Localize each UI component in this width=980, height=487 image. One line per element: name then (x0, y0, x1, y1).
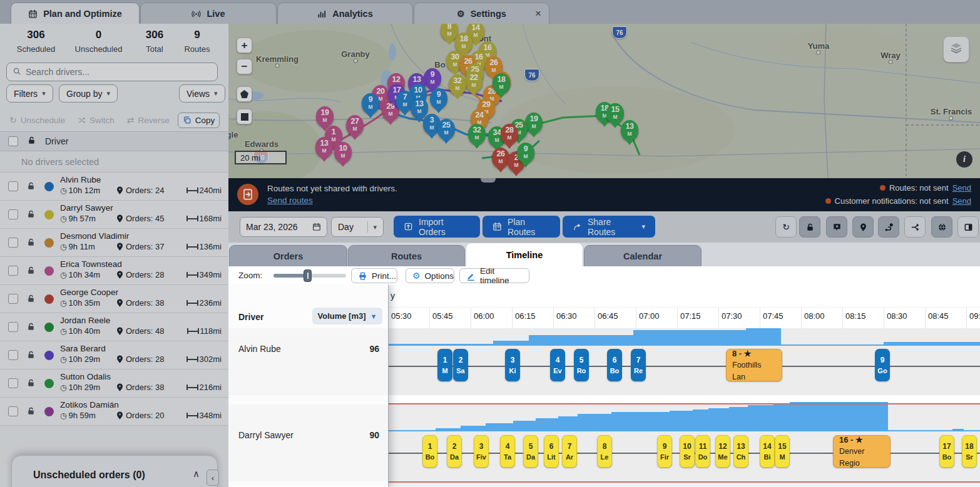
send-link[interactable]: Send (952, 183, 971, 193)
banner-handle[interactable] (481, 178, 496, 183)
map-marker[interactable]: 28M (501, 124, 518, 144)
group-by-dropdown[interactable]: Group by▾ (59, 84, 118, 103)
map-zoom-in-button[interactable]: + (237, 38, 252, 53)
lock-icon[interactable] (26, 322, 36, 334)
sidebar-collapse-button[interactable]: ‹ (207, 469, 219, 486)
map-rectangle-tool-button[interactable] (237, 109, 252, 124)
search-drivers-input[interactable]: Search drivers... (6, 63, 218, 81)
timeline-stop[interactable]: 9Fir (657, 435, 672, 468)
map-marker[interactable]: 18M (455, 33, 472, 53)
map-marker[interactable]: 13M (621, 120, 638, 141)
lock-icon[interactable] (26, 378, 36, 390)
close-icon[interactable]: × (535, 8, 541, 20)
pin-button[interactable] (852, 216, 874, 238)
tab-orders[interactable]: Orders (229, 245, 347, 266)
options-button[interactable]: ⚙Options (406, 268, 454, 283)
map-polygon-tool-button[interactable] (237, 86, 252, 102)
timeline-stop[interactable]: 8Le (597, 435, 612, 468)
map-marker[interactable]: 9M (517, 143, 534, 163)
driver-row-sutton-odalis[interactable]: Sutton Odalis◷10h 29mOrders: 38216mi (0, 369, 228, 398)
share-routes-button[interactable]: Share Routes▾ (563, 216, 655, 238)
branch-button[interactable] (904, 216, 926, 238)
map-zoom-out-button[interactable]: − (237, 59, 252, 74)
route-map[interactable]: + − 20 mi i 8M14M18M16M30M16M26M25M22M32… (228, 24, 980, 178)
range-select[interactable]: Day ▾ (331, 217, 384, 237)
driver-checkbox[interactable] (8, 209, 18, 219)
map-info-button[interactable]: i (956, 151, 972, 168)
driver-row-alvin-rube[interactable]: Alvin Rube◷10h 12mOrders: 24240mi (0, 173, 228, 201)
timeline-stop[interactable]: 9Go (875, 349, 890, 381)
views-dropdown[interactable]: Views▾ (179, 84, 225, 103)
driver-checkbox[interactable] (8, 266, 18, 276)
filters-dropdown[interactable]: Filters▾ (6, 84, 53, 103)
driver-row-sara-berard[interactable]: Sara Berard◷10h 29mOrders: 28302mi (0, 341, 228, 369)
timeline-stop[interactable]: 2Da (447, 435, 462, 468)
map-marker[interactable]: 15M (606, 103, 624, 124)
map-marker[interactable]: 22M (465, 71, 482, 92)
map-marker[interactable]: 10M (334, 142, 352, 163)
driver-row-zotikos-dami-n[interactable]: Zotikos Damián◷9h 59mOrders: 20348mi (0, 398, 228, 426)
timeline-stop[interactable]: 6Lit (544, 435, 559, 468)
timeline-stop[interactable]: 12Me (715, 435, 730, 468)
driver-row-george-cooper[interactable]: George Cooper◷10h 35mOrders: 38236mi (0, 285, 228, 313)
import-orders-button[interactable]: Import Orders (394, 216, 480, 238)
timeline-stop[interactable]: 18Sr (962, 435, 977, 468)
map-marker[interactable]: 32M (468, 124, 486, 144)
date-picker[interactable]: Mar 23, 2026 (240, 217, 327, 237)
timeline-stop[interactable]: 5Ro (574, 349, 589, 381)
print-button[interactable]: Print... (351, 268, 397, 283)
timeline-stop[interactable]: 1Bo (422, 435, 437, 468)
globe-button[interactable] (931, 216, 952, 238)
timeline-stop[interactable]: 4Ta (500, 435, 515, 468)
select-all-checkbox[interactable] (8, 136, 18, 146)
lock-icon[interactable] (26, 209, 36, 221)
app-tab-live[interactable]: Live (140, 3, 277, 24)
app-tab-plan-and-optimize[interactable]: Plan and Optimize (11, 3, 140, 24)
app-tab-analytics[interactable]: Analytics (277, 3, 413, 24)
driver-checkbox[interactable] (8, 378, 18, 388)
timeline-stop[interactable]: 6Bo (607, 349, 622, 381)
timeline-stop[interactable]: 2Sa (453, 349, 468, 381)
lock-icon[interactable] (26, 294, 36, 306)
driver-checkbox[interactable] (8, 350, 18, 360)
map-marker[interactable]: 13M (411, 98, 428, 118)
chevron-up-icon[interactable]: ∧ (193, 468, 200, 479)
timeline-stop[interactable]: 14Bi (760, 435, 775, 468)
timeline-stop[interactable]: 16 - ★Denver Regio (833, 435, 891, 468)
driver-checkbox[interactable] (8, 181, 18, 191)
plan-routes-button[interactable]: Plan Routes (482, 216, 560, 238)
map-marker[interactable]: 27M (346, 115, 364, 136)
timeline-stop[interactable]: 7Re (631, 349, 646, 381)
flag-button[interactable] (826, 216, 847, 238)
lock-icon[interactable] (26, 350, 36, 362)
timeline-stop[interactable]: 3Fiv (474, 435, 489, 468)
unscheduled-orders-panel[interactable]: Unscheduled orders (0) ∧ (11, 455, 218, 487)
timeline-stop[interactable]: 4Ev (550, 349, 565, 381)
app-tab-settings[interactable]: ⚙Settings× (414, 3, 549, 24)
lock-icon[interactable] (26, 181, 36, 193)
map-marker[interactable]: 19M (316, 106, 334, 127)
timeline-stop[interactable]: 11Do (695, 435, 710, 468)
edit-timeline-button[interactable]: Edit timeline (459, 268, 529, 283)
lock-icon[interactable] (27, 136, 36, 147)
panel-button[interactable] (957, 216, 979, 238)
timeline-stop[interactable]: 5Da (523, 435, 538, 468)
driver-row-darryl-sawyer[interactable]: Darryl Sawyer◷9h 57mOrders: 45168mi (0, 201, 228, 229)
map-marker[interactable]: 32M (449, 74, 466, 95)
refresh-button[interactable]: ↻ (775, 216, 797, 238)
lock-icon[interactable] (26, 238, 36, 249)
map-marker[interactable]: 19M (525, 113, 543, 133)
driver-row-desmond-vladimir[interactable]: Desmond Vladimir◷9h 11mOrders: 37136mi (0, 229, 228, 257)
timeline-stop[interactable]: 17Bo (939, 435, 954, 468)
metric-select[interactable]: Volume [m3] ▼ (312, 308, 382, 324)
map-layers-button[interactable] (943, 36, 969, 63)
timeline-stop[interactable]: 15M (775, 435, 790, 468)
timeline-stop[interactable]: 10Sr (680, 435, 695, 468)
tab-routes[interactable]: Routes (348, 245, 465, 266)
map-marker[interactable]: 25M (437, 119, 455, 139)
send-routes-link[interactable]: Send routes (267, 196, 313, 205)
timeline-stop[interactable]: 3Ki (505, 349, 520, 381)
map-marker[interactable]: 9M (424, 68, 441, 89)
lock-icon[interactable] (26, 266, 36, 278)
timeline-stop[interactable]: 13Ch (733, 435, 748, 468)
